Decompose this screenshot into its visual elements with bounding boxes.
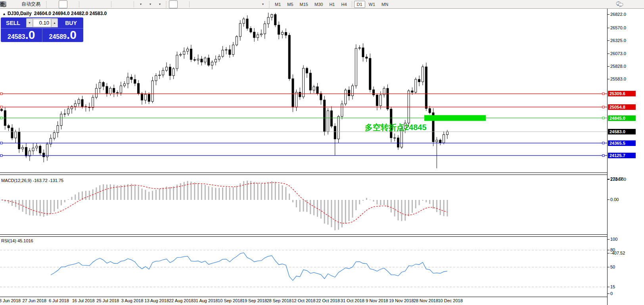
date-label: 10 Dec 2018 [438, 298, 462, 303]
equidistant-channel-icon[interactable]: E [220, 0, 229, 8]
date-label: 8 Jun 2018 [0, 298, 21, 303]
trendline-icon[interactable] [211, 0, 219, 8]
price-axis[interactable]: 26822.026570.026325.026073.025828.025583… [607, 9, 644, 305]
templates-button[interactable]: ▾ [155, 0, 164, 8]
buy-price[interactable]: 24589 .0 [42, 29, 84, 42]
add-indicator-button[interactable]: ▾ [136, 0, 145, 8]
macd-axis-max: 273.58 [610, 176, 624, 181]
date-label: 25 Jul 2018 [96, 298, 119, 303]
panel-splitter[interactable] [0, 173, 607, 175]
line-handle[interactable] [0, 93, 2, 95]
green-highlight-rectangle[interactable] [424, 115, 486, 121]
tile-windows-icon[interactable] [100, 0, 109, 8]
indicator-window-add-icon[interactable] [113, 0, 122, 8]
rsi-axis-label: 80 [610, 247, 615, 252]
rsi-line [51, 253, 447, 280]
tab-timeframe-d1[interactable]: D1 [354, 1, 365, 8]
cursor-icon[interactable] [169, 0, 178, 8]
autotrading-button[interactable]: 自动交易 [18, 0, 44, 8]
vertical-line-icon[interactable] [192, 0, 200, 8]
price-level-badge: 25054.8 [608, 104, 636, 110]
bar-chart-icon[interactable] [49, 0, 58, 8]
date-label: 6 Jul 2018 [49, 298, 69, 303]
date-label: 27 Jun 2018 [22, 298, 46, 303]
rsi-axis-label: 15 [610, 284, 615, 289]
chat-icon[interactable] [631, 0, 640, 8]
zoom-out-icon[interactable] [91, 0, 100, 8]
volume-decrease-button[interactable]: ▼ [26, 19, 33, 27]
line-handle[interactable] [602, 155, 604, 157]
gold-icon[interactable] [8, 0, 17, 8]
rsi-axis-label: 100 [610, 237, 617, 242]
axis-tick-label: 25583.0 [610, 77, 626, 81]
line-handle[interactable] [602, 117, 604, 119]
line-handle[interactable] [0, 155, 2, 157]
periods-button[interactable]: ▾ [146, 0, 154, 8]
date-label: 31 Oct 2018 [341, 298, 364, 303]
annotation-text[interactable]: 多空转折点24845 [365, 123, 427, 132]
line-handle[interactable] [602, 93, 604, 95]
mt4-window: 单 自动交易 [0, 0, 644, 305]
axis-tick-label: 25828.0 [610, 64, 626, 69]
crosshair-icon[interactable] [178, 0, 187, 8]
one-click-trading-panel: SELL ▼ 0.10 ▲ BUY 24583 .0 24589 .0 [1, 17, 83, 42]
macd-label: MACD(12,26,9) -163.72 -131.75 [1, 178, 63, 183]
chevron-down-icon: ▾ [159, 2, 161, 6]
rsi-axis-label: 0 [610, 291, 613, 296]
macd-histogram [1, 180, 448, 230]
chart-window[interactable]: 多空转折点24845 ▲DJ30,Daily24604.0 24694.0 24… [0, 9, 607, 305]
rsi-panel[interactable] [0, 237, 607, 297]
chart-title: ▲DJ30,Daily24604.0 24694.0 24482.0 24583… [2, 11, 107, 16]
line-handle[interactable] [602, 142, 604, 144]
tab-timeframe-h1[interactable]: H1 [326, 1, 337, 8]
volume-input[interactable]: 0.10 [33, 19, 51, 27]
rsi-value: 45.1016 [17, 238, 33, 243]
price-level-badge: 24845.0 [608, 115, 636, 121]
indicator-window-remove-icon[interactable] [123, 0, 132, 8]
text-label-icon[interactable]: T [249, 0, 257, 8]
line-handle[interactable] [602, 106, 604, 108]
fibonacci-icon[interactable]: F [230, 0, 238, 8]
date-label: 22 Oct 2018 [316, 298, 340, 303]
toolbar-grip[interactable] [165, 1, 167, 8]
time-axis[interactable]: 8 Jun 201827 Jun 20186 Jul 201816 Jul 20… [0, 297, 607, 305]
toolbar-grip[interactable] [268, 1, 270, 8]
macd-panel[interactable] [0, 177, 607, 234]
line-handle[interactable] [0, 142, 2, 144]
tab-timeframe-m1[interactable]: M1 [272, 1, 284, 8]
macd-name: MACD(12,26,9) [1, 178, 31, 183]
price-level-badge: 25309.6 [608, 91, 636, 96]
toolbar-separator [111, 1, 111, 8]
date-label: 28 Nov 2018 [414, 298, 438, 303]
date-label: 16 Jul 2018 [72, 298, 95, 303]
buy-price-main: 24589 [49, 33, 67, 40]
main-chart[interactable]: 多空转折点24845 [0, 9, 607, 173]
candlestick-chart-icon[interactable] [59, 0, 67, 8]
tab-timeframe-m30[interactable]: M30 [312, 1, 326, 8]
tab-timeframe-m5[interactable]: M5 [284, 1, 296, 8]
price-level-badge: 24365.5 [608, 140, 636, 146]
toolbar-grip[interactable] [46, 1, 48, 8]
sell-price[interactable]: 24583 .0 [1, 29, 42, 42]
tab-timeframe-h4[interactable]: H4 [338, 1, 349, 8]
date-label: 10 Sep 2018 [218, 298, 242, 303]
line-chart-icon[interactable] [68, 0, 77, 8]
zoom-in-icon[interactable] [81, 0, 90, 8]
text-icon[interactable]: A [239, 0, 248, 8]
chart-title-arrow-icon: ▲ [2, 12, 6, 16]
tab-timeframe-m15[interactable]: M15 [297, 1, 311, 8]
volume-increase-button[interactable]: ▲ [51, 19, 58, 27]
arrows-button[interactable]: ▾ [258, 0, 267, 8]
axis-tick-label: 26073.0 [610, 51, 626, 56]
buy-button[interactable]: BUY [59, 17, 83, 28]
date-label: 13 Aug 2018 [144, 298, 169, 303]
tab-timeframe-mn[interactable]: MN [379, 1, 391, 8]
line-handle[interactable] [0, 117, 2, 119]
line-handle[interactable] [0, 106, 2, 108]
horizontal-line-icon[interactable] [201, 0, 210, 8]
sell-button[interactable]: SELL [1, 17, 25, 28]
date-label: 9 Nov 2018 [366, 298, 388, 303]
chart-symbol-period: DJ30,Daily [8, 11, 32, 16]
tab-timeframe-w1[interactable]: W1 [366, 1, 378, 8]
panel-splitter[interactable] [0, 234, 607, 237]
